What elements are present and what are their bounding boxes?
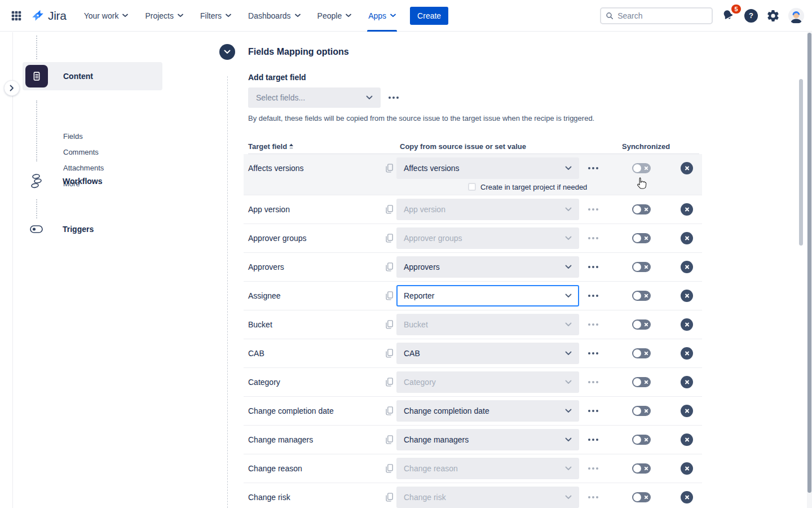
synchronized-toggle[interactable]: [632, 348, 651, 358]
avatar[interactable]: [788, 8, 804, 24]
sidebar-node-triggers[interactable]: Triggers: [29, 224, 94, 234]
row-more-options-button[interactable]: [586, 434, 600, 445]
column-header-target-field[interactable]: Target field: [248, 142, 294, 151]
row-more-options-button[interactable]: [586, 204, 600, 215]
select-fields-dropdown[interactable]: Select fields...: [248, 87, 381, 108]
remove-field-button[interactable]: [681, 462, 693, 475]
nav-item-apps[interactable]: Apps: [360, 0, 404, 32]
synchronized-toggle[interactable]: [632, 319, 651, 330]
help-button[interactable]: ?: [744, 9, 758, 23]
row-more-options-button[interactable]: [586, 233, 600, 244]
synchronized-toggle[interactable]: [632, 291, 651, 301]
remove-field-button[interactable]: [681, 162, 693, 174]
value-select[interactable]: Bucket: [396, 314, 579, 335]
value-select[interactable]: Reporter: [396, 285, 579, 306]
expand-panel-button[interactable]: [4, 80, 20, 96]
nav-item-dashboards[interactable]: Dashboards: [240, 0, 309, 32]
page-title: Fields Mapping options: [248, 47, 349, 57]
search-box[interactable]: [600, 7, 713, 24]
create-in-target-checkbox[interactable]: [468, 183, 476, 191]
synchronized-toggle[interactable]: [632, 233, 651, 243]
sidebar-item-attachments[interactable]: Attachments: [63, 164, 104, 173]
nav-item-filters[interactable]: Filters: [192, 0, 240, 32]
row-more-options-button[interactable]: [586, 261, 600, 273]
fields-mapping-description: By default, these fields will be copied …: [248, 114, 594, 122]
row-more-options-button[interactable]: [586, 492, 600, 503]
value-select[interactable]: Change reason: [396, 458, 579, 479]
remove-field-button[interactable]: [681, 232, 693, 244]
copy-icon[interactable]: [385, 348, 394, 358]
value-select[interactable]: Approver groups: [396, 227, 579, 249]
synchronized-toggle[interactable]: [632, 262, 651, 272]
value-select[interactable]: Change risk: [396, 487, 579, 508]
create-in-target-label: Create in target project if needed: [480, 183, 587, 191]
sidebar-item-fields[interactable]: Fields: [63, 132, 104, 141]
value-select[interactable]: Affects versions: [396, 157, 579, 179]
search-input[interactable]: [617, 11, 707, 20]
row-more-options-button[interactable]: [586, 463, 600, 474]
row-more-options-button[interactable]: [586, 376, 600, 388]
nav-item-people[interactable]: People: [309, 0, 360, 32]
synchronized-toggle[interactable]: [632, 163, 651, 173]
remove-field-button[interactable]: [681, 261, 693, 273]
more-options-button[interactable]: [386, 95, 401, 100]
remove-field-button[interactable]: [681, 290, 693, 302]
settings-button[interactable]: [766, 9, 780, 23]
inner-scrollbar-thumb[interactable]: [799, 79, 803, 246]
copy-icon[interactable]: [385, 377, 394, 387]
synchronized-toggle[interactable]: [632, 204, 651, 214]
value-select[interactable]: Change completion date: [396, 400, 579, 422]
synchronized-toggle[interactable]: [632, 492, 651, 502]
copy-icon[interactable]: [385, 291, 394, 301]
chevron-right-icon: [10, 85, 14, 91]
nav-item-projects[interactable]: Projects: [136, 0, 192, 32]
sidebar-node-workflows[interactable]: Workflows: [29, 173, 103, 189]
remove-field-button[interactable]: [681, 203, 693, 216]
copy-icon[interactable]: [385, 406, 394, 416]
page-scrollbar-thumb[interactable]: [807, 33, 811, 493]
value-select[interactable]: Change managers: [396, 429, 579, 450]
toggle-knob: [633, 436, 641, 444]
copy-icon[interactable]: [385, 492, 394, 502]
row-more-options-button[interactable]: [586, 348, 600, 359]
value-select[interactable]: Approvers: [396, 256, 579, 278]
copy-icon[interactable]: [385, 319, 394, 330]
row-more-options-button[interactable]: [586, 319, 600, 330]
row-more-options-button[interactable]: [586, 290, 600, 301]
copy-icon[interactable]: [385, 163, 394, 173]
notifications-button[interactable]: 5: [721, 8, 736, 23]
app-switcher-icon[interactable]: [9, 8, 24, 23]
value-select[interactable]: App version: [396, 199, 579, 220]
nav-item-your-work[interactable]: Your work: [76, 0, 137, 32]
remove-field-button[interactable]: [681, 376, 693, 388]
remove-field-button[interactable]: [681, 318, 693, 331]
sidebar-node-content[interactable]: Content: [23, 62, 162, 90]
value-select[interactable]: CAB: [396, 343, 579, 364]
remove-field-button[interactable]: [681, 491, 693, 503]
close-icon: [685, 380, 690, 385]
synchronized-toggle[interactable]: [632, 463, 651, 474]
row-more-options-button[interactable]: [586, 163, 600, 174]
table-row-main: Change risk Change risk: [248, 483, 702, 508]
remove-field-button[interactable]: [681, 433, 693, 446]
value-select[interactable]: Category: [396, 371, 579, 393]
synchronized-toggle[interactable]: [632, 435, 651, 445]
jira-logo[interactable]: Jira: [30, 8, 67, 23]
value-select-text: Change completion date: [404, 406, 489, 415]
nav-item-label: Projects: [145, 11, 174, 20]
copy-icon[interactable]: [385, 233, 394, 243]
copy-icon[interactable]: [385, 435, 394, 445]
collapse-section-button[interactable]: [219, 44, 235, 60]
create-button[interactable]: Create: [410, 7, 448, 25]
synchronized-toggle[interactable]: [632, 406, 651, 416]
copy-icon[interactable]: [385, 204, 394, 214]
copy-icon[interactable]: [385, 463, 394, 474]
primary-nav: Your work Projects Filters Dashboards Pe…: [76, 0, 404, 32]
row-more-options-button[interactable]: [586, 405, 600, 417]
remove-field-button[interactable]: [681, 347, 693, 360]
sidebar-item-comments[interactable]: Comments: [63, 148, 104, 157]
synchronized-toggle[interactable]: [632, 377, 651, 387]
copy-icon[interactable]: [385, 262, 394, 272]
remove-field-button[interactable]: [681, 405, 693, 417]
jira-mark-icon: [30, 8, 45, 23]
